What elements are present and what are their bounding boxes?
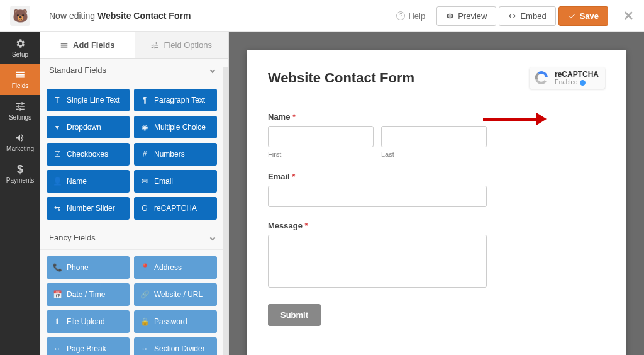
fancy-fields-grid: 📞Phone📍Address📅Date / Time🔗Website / URL… <box>40 250 223 355</box>
field-type-password[interactable]: 🔒Password <box>134 310 217 333</box>
canvas-area: Website Contact Form reCAPTCHA Enabled N… <box>229 32 644 355</box>
app-logo: 🐻 <box>10 6 30 26</box>
tab-field-options[interactable]: Field Options <box>135 32 229 58</box>
field-type-multiple-choice[interactable]: ◉Multiple Choice <box>134 116 217 138</box>
chevron-down-icon <box>210 235 215 240</box>
field-icon: # <box>140 150 149 159</box>
gear-icon <box>14 38 26 49</box>
last-name-input[interactable] <box>381 126 487 147</box>
field-icon: 👤 <box>53 177 62 186</box>
recaptcha-icon <box>533 70 550 86</box>
topbar: 🐻 Now editing Website Contact Form ? Hel… <box>0 0 644 32</box>
field-email: Email * <box>268 172 605 207</box>
submit-button[interactable]: Submit <box>268 304 321 326</box>
field-icon: ⬆ <box>53 317 62 326</box>
required-mark: * <box>292 112 296 121</box>
field-label: Name <box>67 177 87 186</box>
panel-tabs: Add Fields Field Options <box>40 32 228 59</box>
field-type-recaptcha[interactable]: GreCAPTCHA <box>134 197 217 220</box>
field-label: Checkboxes <box>67 150 108 159</box>
tab-add-fields[interactable]: Add Fields <box>40 32 135 58</box>
field-type-section-divider[interactable]: ↔Section Divider <box>134 337 217 355</box>
field-type-name[interactable]: 👤Name <box>47 170 130 193</box>
field-label: Single Line Text <box>67 96 120 104</box>
recaptcha-badge[interactable]: reCAPTCHA Enabled <box>530 67 605 89</box>
last-sublabel: Last <box>381 150 487 158</box>
code-icon <box>508 12 516 20</box>
standard-fields-grid: TSingle Line Text¶Paragraph Text▾Dropdow… <box>40 82 223 226</box>
field-label: Address <box>154 263 182 272</box>
canvas-header: Website Contact Form reCAPTCHA Enabled <box>268 67 605 98</box>
embed-label: Embed <box>520 11 546 21</box>
field-icon: ◉ <box>140 123 149 132</box>
email-input[interactable] <box>268 186 487 207</box>
recaptcha-status: Enabled <box>555 79 578 86</box>
field-icon: 🔒 <box>140 317 149 326</box>
close-button[interactable]: ✕ <box>623 8 634 23</box>
field-icon: 📞 <box>53 263 62 272</box>
field-icon: T <box>53 96 62 104</box>
message-textarea[interactable] <box>268 235 487 288</box>
name-label: Name <box>268 112 290 121</box>
eye-icon <box>446 12 454 20</box>
field-type-phone[interactable]: 📞Phone <box>47 256 130 279</box>
field-type-paragraph-text[interactable]: ¶Paragraph Text <box>134 89 217 111</box>
field-type-website-url[interactable]: 🔗Website / URL <box>134 283 217 306</box>
check-badge-icon <box>580 80 586 86</box>
field-label: Page Break <box>67 344 106 353</box>
standard-fields-label: Standard Fields <box>49 65 106 75</box>
standard-fields-header[interactable]: Standard Fields <box>40 59 223 82</box>
first-name-input[interactable] <box>268 126 374 147</box>
rail-label: Setup <box>12 51 28 58</box>
form-title: Website Contact Form <box>268 70 414 86</box>
email-label: Email <box>268 172 290 181</box>
embed-button[interactable]: Embed <box>499 6 555 26</box>
save-button[interactable]: Save <box>558 6 608 26</box>
field-type-address[interactable]: 📍Address <box>134 256 217 279</box>
rail-item-settings[interactable]: Settings <box>0 95 40 127</box>
field-label: Section Divider <box>154 344 205 353</box>
tab-add-fields-label: Add Fields <box>73 40 114 50</box>
field-type-email[interactable]: ✉Email <box>134 170 217 193</box>
preview-button[interactable]: Preview <box>436 6 496 26</box>
field-icon: ¶ <box>140 96 149 104</box>
field-type-numbers[interactable]: #Numbers <box>134 143 217 166</box>
field-type-dropdown[interactable]: ▾Dropdown <box>47 116 130 138</box>
megaphone-icon <box>14 132 26 144</box>
help-link[interactable]: ? Help <box>396 11 425 21</box>
field-icon: 📍 <box>140 263 149 272</box>
editing-prefix: Now editing <box>49 11 95 21</box>
sliders-icon <box>14 101 26 112</box>
rail-item-marketing[interactable]: Marketing <box>0 127 40 158</box>
preview-label: Preview <box>458 11 487 21</box>
panel-body[interactable]: Standard Fields TSingle Line Text¶Paragr… <box>40 59 228 355</box>
rail-label: Marketing <box>6 145 34 152</box>
field-name: Name * First Last <box>268 112 605 158</box>
rail-item-fields[interactable]: Fields <box>0 64 40 95</box>
field-icon: ↔ <box>53 344 62 353</box>
field-icon: ▾ <box>53 123 62 132</box>
rail-item-payments[interactable]: $Payments <box>0 158 40 189</box>
field-type-checkboxes[interactable]: ☑Checkboxes <box>47 143 130 166</box>
first-sublabel: First <box>268 150 374 158</box>
field-type-page-break[interactable]: ↔Page Break <box>47 337 130 355</box>
required-mark: * <box>305 221 308 230</box>
rail-label: Fields <box>12 82 29 89</box>
field-type-date-time[interactable]: 📅Date / Time <box>47 283 130 306</box>
fields-panel: Add Fields Field Options Standard Fields… <box>40 32 229 355</box>
field-label: Number Slider <box>67 204 115 213</box>
field-label: Password <box>154 317 187 326</box>
rail-label: Payments <box>6 177 34 184</box>
field-icon: ☑ <box>53 150 62 159</box>
fancy-fields-header[interactable]: Fancy Fields <box>40 226 223 250</box>
field-label: Date / Time <box>67 290 105 299</box>
field-type-number-slider[interactable]: ⇆Number Slider <box>47 197 130 220</box>
rail-label: Settings <box>9 114 31 121</box>
field-type-single-line-text[interactable]: TSingle Line Text <box>47 89 130 111</box>
field-icon: ✉ <box>140 177 149 186</box>
field-type-file-upload[interactable]: ⬆File Upload <box>47 310 130 333</box>
field-message: Message * <box>268 221 605 290</box>
field-icon: G <box>140 204 149 213</box>
rail-item-setup[interactable]: Setup <box>0 32 40 64</box>
chevron-down-icon <box>210 68 215 73</box>
